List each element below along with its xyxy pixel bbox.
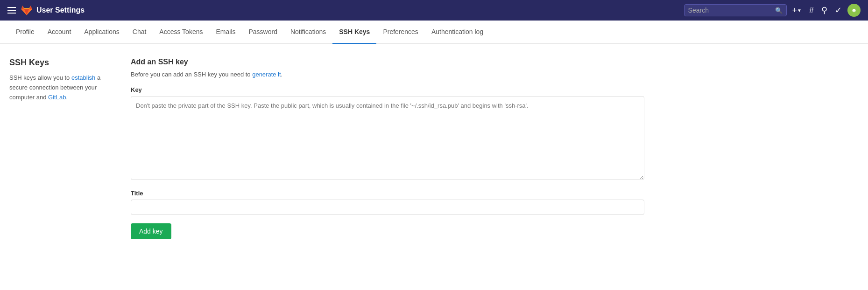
generate-it-link[interactable]: generate it — [252, 71, 281, 78]
issues-icon[interactable]: # — [807, 4, 816, 17]
plus-icon: + — [792, 6, 797, 15]
app-title: User Settings — [36, 6, 85, 14]
search-box[interactable]: 🔍 — [684, 4, 787, 16]
sidebar-desc-after: . — [66, 94, 68, 101]
search-input[interactable] — [688, 7, 775, 14]
brand-logo[interactable]: User Settings — [21, 4, 85, 16]
tab-access-tokens[interactable]: Access Tokens — [153, 21, 209, 44]
merge-requests-icon[interactable]: ⚲ — [819, 3, 829, 17]
app-header: User Settings 🔍 + ▼ # ⚲ ✓ ☻ — [0, 0, 868, 21]
key-textarea[interactable] — [131, 96, 644, 180]
title-field-group: Title — [131, 190, 644, 215]
sidebar-description: SSH keys allow you to establish a secure… — [9, 73, 107, 102]
form-info-after: . — [281, 71, 283, 78]
settings-nav: Profile Account Applications Chat Access… — [0, 21, 868, 44]
add-button[interactable]: + ▼ — [790, 4, 804, 17]
title-input[interactable] — [131, 200, 644, 215]
establish-link[interactable]: establish — [71, 74, 95, 81]
avatar[interactable]: ☻ — [847, 4, 861, 17]
key-label: Key — [131, 86, 644, 93]
main-form-section: Add an SSH key Before you can add an SSH… — [121, 58, 644, 239]
tab-account[interactable]: Account — [41, 21, 78, 44]
sidebar-title: SSH Keys — [9, 58, 107, 68]
key-field-group: Key — [131, 86, 644, 181]
header-right: 🔍 + ▼ # ⚲ ✓ ☻ — [684, 3, 861, 17]
tab-chat[interactable]: Chat — [126, 21, 153, 44]
form-info-before: Before you can add an SSH key you need t… — [131, 71, 252, 78]
tab-emails[interactable]: Emails — [209, 21, 242, 44]
search-icon: 🔍 — [775, 7, 783, 14]
tab-notifications[interactable]: Notifications — [284, 21, 332, 44]
tab-authentication-log[interactable]: Authentication log — [425, 21, 490, 44]
page-content: SSH Keys SSH keys allow you to establish… — [0, 44, 654, 253]
tab-preferences[interactable]: Preferences — [376, 21, 424, 44]
hamburger-menu-icon[interactable] — [7, 7, 16, 14]
tab-password[interactable]: Password — [242, 21, 284, 44]
gitlab-fox-icon — [21, 4, 33, 16]
form-heading: Add an SSH key — [131, 58, 644, 66]
todo-icon[interactable]: ✓ — [833, 3, 844, 17]
add-key-button[interactable]: Add key — [131, 223, 171, 239]
gitlab-link[interactable]: GitLab — [48, 94, 66, 101]
tab-profile[interactable]: Profile — [9, 21, 41, 44]
title-label: Title — [131, 190, 644, 197]
tab-ssh-keys[interactable]: SSH Keys — [332, 21, 376, 44]
chevron-down-icon: ▼ — [797, 8, 802, 13]
header-left: User Settings — [7, 4, 678, 16]
form-info: Before you can add an SSH key you need t… — [131, 71, 644, 78]
sidebar: SSH Keys SSH keys allow you to establish… — [9, 58, 121, 239]
sidebar-desc-before: SSH keys allow you to — [9, 74, 71, 81]
tab-applications[interactable]: Applications — [78, 21, 126, 44]
